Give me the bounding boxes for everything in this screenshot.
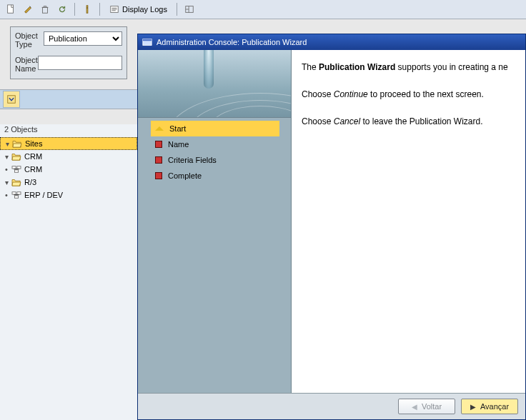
layout-button[interactable]	[182, 1, 197, 17]
tree-node-label: R/3	[23, 178, 38, 186]
wizard-footer: ◀Voltar ▶Avançar	[138, 393, 525, 419]
svg-rect-7	[12, 166, 16, 169]
step-pending-icon	[155, 141, 162, 148]
svg-rect-10	[12, 192, 16, 194]
toolbar-separator	[177, 3, 177, 16]
tree-node-crm-site[interactable]: • CRM	[0, 163, 137, 176]
open-folder-icon	[11, 178, 21, 186]
tree-pane: 2 Objects ▾ Sites ▾	[0, 124, 138, 420]
toolbar-separator	[74, 3, 75, 16]
wizard-next-button[interactable]: ▶Avançar	[461, 399, 518, 414]
right-arrow-icon: ▶	[470, 403, 476, 411]
object-tree: ▾ Sites ▾ CRM	[0, 137, 137, 201]
wizard-body: Start Name Criteria Fields Complete The …	[138, 50, 525, 393]
svg-rect-6	[8, 96, 16, 104]
svg-rect-0	[8, 5, 14, 13]
step-pending-icon	[155, 156, 162, 164]
toolbar-separator	[99, 3, 100, 16]
open-folder-icon	[12, 139, 22, 148]
new-button[interactable]	[3, 1, 19, 17]
object-name-label: Object Name	[15, 56, 38, 73]
svg-rect-2	[86, 6, 88, 8]
tree-node-erp-dev-site[interactable]: • ERP / DEV	[0, 189, 137, 201]
object-name-input[interactable]	[38, 56, 122, 70]
svg-rect-11	[17, 192, 21, 194]
wizard-back-button[interactable]: ◀Voltar	[398, 399, 455, 414]
site-icon	[11, 165, 21, 174]
display-logs-button[interactable]: Display Logs	[104, 1, 172, 17]
wizard-titlebar: Administration Console: Publication Wiza…	[138, 34, 525, 50]
wizard-step-label: Complete	[168, 171, 202, 180]
wizard-text-cancel: Choose Cancel to leave the Publication W…	[302, 114, 515, 129]
wizard-next-label: Avançar	[480, 402, 509, 411]
app-toolbar: Display Logs	[0, 0, 526, 19]
wizard-back-label: Voltar	[422, 402, 442, 411]
open-folder-icon	[11, 152, 21, 161]
wizard-step-label: Start	[169, 124, 186, 133]
wizard-step-criteria[interactable]: Criteria Fields	[151, 152, 279, 168]
tree-node-sites[interactable]: ▾ Sites	[0, 137, 137, 150]
wizard-step-start[interactable]: Start	[151, 121, 279, 136]
wizard-step-list: Start Name Criteria Fields Complete	[151, 121, 279, 184]
wizard-text-continue: Choose Continue to proceed to the next s…	[302, 87, 515, 101]
wizard-button[interactable]	[20, 1, 36, 17]
wizard-step-label: Criteria Fields	[168, 156, 217, 164]
wizard-left-pane: Start Name Criteria Fields Complete	[138, 50, 292, 393]
wizard-hero-image	[138, 50, 291, 118]
svg-rect-8	[17, 166, 21, 169]
tree-node-label: Sites	[24, 139, 44, 148]
tree-node-label: CRM	[23, 152, 44, 161]
wizard-step-complete[interactable]: Complete	[151, 168, 279, 184]
svg-rect-12	[14, 196, 18, 198]
wizard-step-name[interactable]: Name	[151, 136, 279, 152]
step-pending-icon	[155, 172, 162, 179]
tree-node-r3-folder[interactable]: ▾ R/3	[0, 176, 137, 189]
display-logs-label: Display Logs	[122, 5, 167, 14]
expand-collapse-button[interactable]	[3, 91, 20, 108]
site-icon	[11, 191, 21, 199]
tree-bullet-icon: •	[3, 165, 10, 174]
tree-toggle-icon[interactable]: ▾	[3, 153, 10, 161]
svg-rect-3	[86, 8, 88, 13]
info-button[interactable]	[79, 1, 95, 17]
object-type-label: Object Type	[15, 31, 44, 49]
svg-rect-9	[14, 170, 18, 172]
wizard-step-label: Name	[168, 140, 189, 149]
tree-toggle-icon[interactable]: ▾	[4, 140, 11, 148]
tree-header: 2 Objects	[0, 124, 137, 137]
tree-node-label: ERP / DEV	[23, 191, 64, 199]
filter-box: Object Type Publication Object Name	[10, 26, 127, 79]
tree-node-label: CRM	[23, 165, 44, 174]
step-active-icon	[155, 122, 164, 131]
refresh-button[interactable]	[54, 1, 70, 17]
wizard-text-intro: The Publication Wizard supports you in c…	[302, 60, 515, 74]
delete-button[interactable]	[37, 1, 53, 17]
wizard-content-pane: The Publication Wizard supports you in c…	[292, 50, 525, 393]
svg-rect-14	[143, 39, 152, 41]
tree-bullet-icon: •	[3, 191, 10, 199]
object-type-select[interactable]: Publication	[44, 31, 122, 46]
tree-toggle-icon[interactable]: ▾	[3, 179, 10, 186]
publication-wizard-dialog: Administration Console: Publication Wiza…	[137, 34, 526, 420]
window-icon	[142, 37, 152, 47]
wizard-title-label: Administration Console: Publication Wiza…	[157, 38, 307, 46]
left-arrow-icon: ◀	[412, 403, 417, 411]
tree-node-crm-folder[interactable]: ▾ CRM	[0, 150, 137, 163]
svg-rect-1	[43, 7, 48, 13]
